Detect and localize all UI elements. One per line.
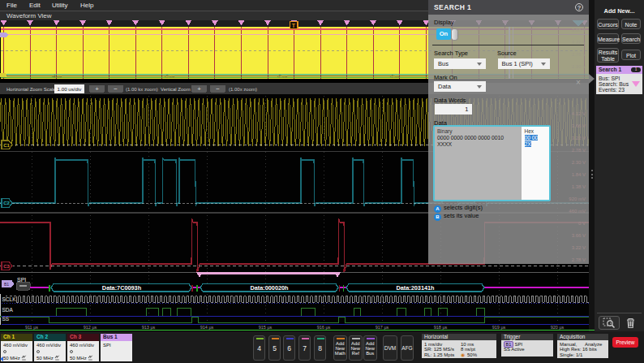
svg-text:916 µs: 916 µs: [317, 325, 331, 330]
svg-text:913 µs: 913 µs: [142, 325, 156, 330]
svg-text:C1: C1: [3, 143, 10, 148]
svg-text:C2: C2: [3, 201, 10, 205]
svg-text:C3: C3: [3, 264, 10, 269]
svg-text:Data:7C0093h: Data:7C0093h: [102, 284, 141, 292]
svg-text:+: +: [95, 85, 99, 93]
svg-text:(1.00 kx zoom): (1.00 kx zoom): [126, 87, 158, 92]
svg-text:Data:000020h: Data:000020h: [250, 284, 288, 292]
svg-text:(1.00x zoom): (1.00x zoom): [229, 87, 257, 92]
svg-text:-4 ms: -4 ms: [52, 74, 62, 79]
svg-text:912 µs: 912 µs: [84, 325, 97, 330]
svg-text:914 µs: 914 µs: [200, 325, 214, 330]
svg-text:917 µs: 917 µs: [376, 325, 389, 330]
svg-text:918 µs: 918 µs: [434, 325, 448, 330]
svg-text:+: +: [197, 85, 201, 93]
svg-text:919 µs: 919 µs: [492, 325, 506, 330]
svg-text:SS: SS: [2, 316, 10, 322]
svg-text:915 µs: 915 µs: [259, 325, 273, 330]
svg-text:Vertical Zoom: Vertical Zoom: [161, 87, 191, 92]
svg-text:−: −: [114, 85, 118, 93]
svg-text:B1: B1: [4, 282, 9, 287]
svg-text:SPI: SPI: [17, 277, 26, 283]
svg-text:-3 ms: -3 ms: [165, 74, 175, 79]
svg-text:T: T: [292, 23, 296, 28]
svg-text:SDA: SDA: [2, 307, 14, 313]
svg-text:−: −: [216, 85, 220, 93]
svg-text:1.00 us/div: 1.00 us/div: [58, 86, 83, 92]
svg-text:911 µs: 911 µs: [25, 325, 38, 330]
svg-text:Horizontal Zoom Scale: Horizontal Zoom Scale: [6, 87, 56, 92]
svg-text:920 µs: 920 µs: [551, 325, 565, 330]
svg-text:-2 ms: -2 ms: [277, 74, 288, 79]
svg-text:Data:203141h: Data:203141h: [396, 284, 434, 292]
svg-text:SCLK: SCLK: [2, 296, 17, 302]
svg-text:-1 ms: -1 ms: [390, 74, 401, 79]
